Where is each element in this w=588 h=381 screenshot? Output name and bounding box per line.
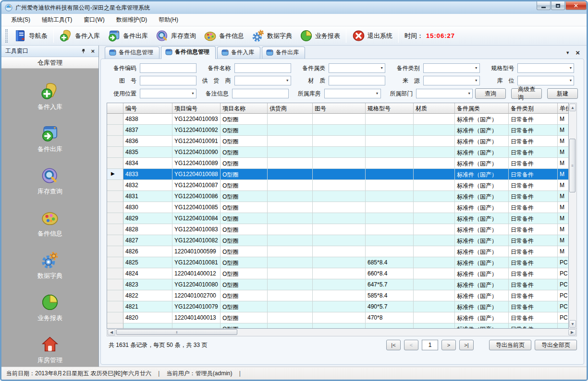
grid-header-cell[interactable]: 项目名称 bbox=[220, 103, 268, 114]
grid-header-cell[interactable]: 材质 bbox=[414, 103, 455, 114]
row-selector-cell[interactable] bbox=[107, 279, 123, 290]
table-row[interactable]: 4829YG12204010084O型圈标准件（国产）日常备件M bbox=[107, 213, 568, 224]
row-selector-cell[interactable] bbox=[107, 257, 123, 268]
toolbar-item-exit[interactable]: 退出系统 bbox=[348, 28, 396, 43]
search-select-r0c2[interactable] bbox=[329, 63, 385, 73]
grid-header-cell[interactable]: 备件属类 bbox=[455, 103, 509, 114]
pin-icon[interactable] bbox=[81, 48, 86, 54]
row-selector-cell[interactable] bbox=[107, 224, 123, 235]
table-row[interactable]: ▶4833YG12204010088O型圈标准件（国产）日常备件M bbox=[107, 169, 568, 180]
sidebar-item-parts-in[interactable]: 备件入库 bbox=[37, 82, 62, 111]
menu-item-2[interactable]: 窗口(W) bbox=[78, 14, 110, 26]
search-input-r1c0[interactable] bbox=[140, 76, 196, 85]
last-page-button[interactable]: >| bbox=[459, 340, 474, 350]
toolbar-grip[interactable] bbox=[5, 29, 8, 43]
first-page-button[interactable]: |< bbox=[386, 340, 401, 350]
export-current-page-button[interactable]: 导出当前页 bbox=[489, 340, 531, 350]
sidebar-item-report[interactable]: 业务报表 bbox=[37, 293, 62, 322]
grid-header-cell[interactable]: 备件类别 bbox=[509, 103, 558, 114]
row-selector-cell[interactable] bbox=[107, 301, 123, 312]
tab-2[interactable]: 备件入库 bbox=[217, 47, 260, 59]
search-select-r2c2[interactable] bbox=[324, 89, 381, 98]
row-selector-cell[interactable]: ▶ bbox=[107, 169, 123, 180]
row-selector-cell[interactable] bbox=[107, 180, 123, 191]
row-selector-cell[interactable] bbox=[107, 191, 123, 202]
grid-header-cell[interactable]: 项目编号 bbox=[172, 103, 220, 114]
vertical-scroll-thumb[interactable]: ≡ bbox=[569, 139, 576, 192]
toolbar-item-data-dict[interactable]: 数据字典 bbox=[248, 28, 296, 43]
table-row[interactable]: 4835YG12204010090O型圈标准件（国产）日常备件M bbox=[107, 147, 568, 158]
table-row[interactable]: 4832YG12204010087O型圈标准件（国产）日常备件M bbox=[107, 180, 568, 191]
search-input-r2c1[interactable] bbox=[232, 89, 289, 98]
row-selector-cell[interactable] bbox=[107, 125, 123, 136]
horizontal-scrollbar[interactable]: ◀ ‖ ▶ bbox=[107, 329, 577, 336]
sidebar-item-parts-info[interactable]: 备件信息 bbox=[37, 209, 62, 238]
table-row[interactable]: 4836YG12204010091O型圈标准件（国产）日常备件M bbox=[107, 136, 568, 147]
toolbar-item-parts-info[interactable]: 备件信息 bbox=[200, 28, 248, 43]
row-selector-cell[interactable] bbox=[107, 213, 123, 224]
table-row[interactable]: 4838YG12204010093O型圈标准件（国产）日常备件M bbox=[107, 114, 568, 125]
row-selector-cell[interactable] bbox=[107, 235, 123, 246]
grid-header-cell[interactable]: 单位 bbox=[558, 103, 569, 114]
table-row[interactable]: 48261220401000599O型圈标准件（国产）日常备件M bbox=[107, 246, 568, 257]
table-row[interactable]: 4821YG12204010079O型圈490*5.7标准件（国产）日常备件PC bbox=[107, 301, 568, 312]
row-selector-cell[interactable] bbox=[107, 290, 123, 301]
sidebar-close-icon[interactable]: × bbox=[91, 48, 95, 55]
tab-1[interactable]: 备件信息管理 bbox=[161, 46, 216, 59]
row-selector-cell[interactable] bbox=[107, 246, 123, 257]
menu-item-3[interactable]: 数据维护(D) bbox=[110, 14, 153, 26]
row-selector-cell[interactable] bbox=[107, 312, 123, 323]
row-selector-cell[interactable] bbox=[107, 136, 123, 147]
row-selector-cell[interactable] bbox=[107, 202, 123, 213]
search-select-r1c4[interactable] bbox=[517, 76, 574, 85]
toolbar-item-report[interactable]: 业务报表 bbox=[296, 28, 344, 43]
tab-close-icon[interactable]: × bbox=[576, 50, 580, 55]
vertical-scroll-track[interactable]: ≡ bbox=[569, 112, 576, 320]
sidebar-item-warehouse[interactable]: 库房管理 bbox=[37, 335, 62, 365]
query-button[interactable]: 查询 bbox=[475, 88, 506, 99]
next-page-button[interactable]: > bbox=[441, 340, 456, 350]
search-input-r0c1[interactable] bbox=[234, 63, 291, 73]
table-row[interactable]: 48201220401400013O型圈470*8标准件（国产）日常备件PC bbox=[107, 312, 568, 323]
search-select-r1c3[interactable] bbox=[423, 76, 480, 85]
row-selector-cell[interactable] bbox=[107, 268, 123, 279]
row-selector-cell[interactable] bbox=[107, 114, 123, 125]
table-row[interactable]: 48241220401400012O型圈660*8.4标准件（国产）日常备件PC bbox=[107, 268, 568, 279]
table-row[interactable]: 4825YG12204010081O型圈685*8.4标准件（国产）日常备件PC bbox=[107, 257, 568, 268]
scroll-up-icon[interactable]: ▲ bbox=[569, 104, 576, 111]
search-select-r2c3[interactable] bbox=[416, 89, 473, 98]
tab-0[interactable]: 备件信息管理 bbox=[105, 47, 159, 59]
sidebar-item-data-dict[interactable]: 数据字典 bbox=[37, 251, 62, 280]
vertical-scrollbar[interactable]: ▲ ≡ ▼ bbox=[569, 103, 577, 329]
sidebar-group-title[interactable]: 仓库管理 bbox=[1, 57, 98, 69]
horizontal-scroll-thumb[interactable]: ‖ bbox=[116, 329, 237, 335]
toolbar-item-parts-out[interactable]: 备件出库 bbox=[104, 28, 152, 43]
tab-3[interactable]: 备件出库 bbox=[262, 47, 305, 59]
maximize-button[interactable] bbox=[551, 1, 565, 10]
prev-page-button[interactable]: < bbox=[404, 340, 418, 350]
search-select-r1c1[interactable] bbox=[234, 76, 291, 85]
search-select-r2c0[interactable] bbox=[140, 89, 196, 98]
row-selector-cell[interactable] bbox=[107, 147, 123, 158]
table-row[interactable]: 4831YG12204010086O型圈标准件（国产）日常备件M bbox=[107, 191, 568, 202]
menu-item-1[interactable]: 辅助工具(T) bbox=[36, 14, 78, 26]
export-all-pages-button[interactable]: 导出全部页 bbox=[535, 340, 577, 350]
table-row[interactable]: 4828YG12204010083O型圈标准件（国产）日常备件M bbox=[107, 224, 568, 235]
search-input-r1c2[interactable] bbox=[329, 76, 385, 85]
table-row[interactable]: 48221220401002700O型圈585*8.4标准件（国产）日常备件PC bbox=[107, 290, 568, 301]
table-row[interactable]: 4837YG12204010092O型圈标准件（国产）日常备件M bbox=[107, 125, 568, 136]
grid-header-cell[interactable]: 规格型号 bbox=[366, 103, 414, 114]
toolbar-item-navbar[interactable]: 导航条 bbox=[10, 28, 51, 43]
sidebar-item-parts-out[interactable]: 备件出库 bbox=[37, 124, 62, 154]
search-select-r0c3[interactable] bbox=[423, 63, 480, 73]
scroll-right-icon[interactable]: ▶ bbox=[568, 329, 576, 335]
search-input-r0c0[interactable] bbox=[140, 63, 196, 73]
grid-header-cell[interactable]: 图号 bbox=[313, 103, 366, 114]
grid-header-cell[interactable]: 供货商 bbox=[268, 103, 313, 114]
table-row[interactable]: 4823YG12204010080O型圈647*5.7标准件（国产）日常备件PC bbox=[107, 279, 568, 290]
search-select-r0c4[interactable] bbox=[517, 63, 574, 73]
sidebar-item-stock-query[interactable]: 库存查询 bbox=[37, 167, 62, 196]
table-row[interactable]: 4834YG12204010089O型圈标准件（国产）日常备件M bbox=[107, 158, 568, 169]
tab-list-dropdown-icon[interactable]: ▼ bbox=[565, 50, 570, 55]
toolbar-item-stock-query[interactable]: 库存查询 bbox=[152, 28, 200, 43]
